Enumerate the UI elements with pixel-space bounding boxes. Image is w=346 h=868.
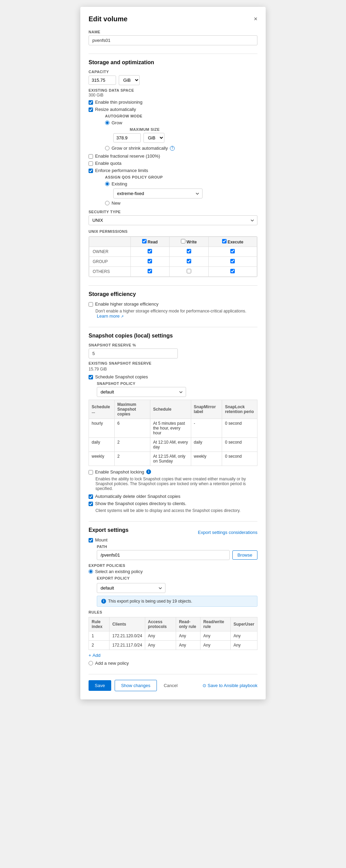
higher-efficiency-label: Enable higher storage efficiency bbox=[95, 301, 159, 307]
snapshot-row-weekly: weekly 2 At 12:15 AM, only on Sunday wee… bbox=[89, 452, 257, 466]
rule-2-readonly: Any bbox=[176, 641, 200, 650]
unix-owner-read bbox=[130, 247, 169, 257]
rules-label: RULES bbox=[89, 610, 257, 614]
snapshot-locking-section: Enable Snapshot locking i Enables the ab… bbox=[89, 469, 257, 491]
enforce-perf-label: Enforce performance limits bbox=[95, 168, 148, 173]
name-label: NAME bbox=[89, 30, 257, 34]
read-header-checkbox[interactable] bbox=[142, 239, 147, 243]
qos-label: ASSIGN QOS POLICY GROUP bbox=[105, 175, 257, 179]
thin-provisioning-row: Enable thin provisioning bbox=[89, 100, 257, 105]
show-directory-description: Client systems will be able to display a… bbox=[95, 508, 257, 513]
save-button[interactable]: Save bbox=[89, 680, 111, 691]
security-type-label: SECURITY TYPE bbox=[89, 210, 257, 214]
snaplock-daily: 0 second bbox=[222, 438, 257, 452]
unix-group-read bbox=[130, 257, 169, 267]
name-input[interactable] bbox=[89, 35, 257, 45]
schedule-daily: daily bbox=[89, 438, 115, 452]
max-size-unit-select[interactable]: GiBTiBMiB bbox=[143, 133, 164, 143]
rule-2-index: 2 bbox=[89, 641, 109, 650]
capacity-unit-select[interactable]: GiBTiBMiB bbox=[119, 75, 140, 85]
export-policy-select-section: EXPORT POLICY defaultnonecustom i This e… bbox=[97, 576, 257, 607]
select-existing-policy-label: Select an existing policy bbox=[95, 569, 143, 574]
max-size-input[interactable] bbox=[113, 133, 141, 142]
select-existing-policy-radio[interactable] bbox=[89, 569, 93, 574]
autogrow-label: AUTOGROW MODE bbox=[105, 114, 257, 118]
enforce-perf-checkbox[interactable] bbox=[89, 169, 93, 173]
add-new-policy-row: Add a new policy bbox=[89, 661, 257, 666]
autogrow-grow-radio[interactable] bbox=[105, 121, 109, 125]
write-header-checkbox[interactable] bbox=[181, 239, 185, 243]
enable-quota-checkbox[interactable] bbox=[89, 161, 93, 166]
qos-policy-select[interactable]: extreme-fixeddefaultcustom bbox=[113, 189, 203, 198]
select-existing-policy-row: Select an existing policy bbox=[89, 569, 257, 574]
resize-auto-row: Resize automatically bbox=[89, 107, 257, 112]
security-type-select[interactable]: UNIXNTFSMixed bbox=[89, 215, 257, 225]
unix-header-write: Write bbox=[169, 237, 208, 247]
autogrow-shrink-label: Grow or shrink automatically bbox=[112, 146, 168, 151]
add-new-policy-radio[interactable] bbox=[89, 661, 93, 665]
snapshot-table: Schedule ... Maximum Snapshot copies Sch… bbox=[89, 400, 257, 466]
auto-delete-row: Automatically delete older Snapshot copi… bbox=[89, 494, 257, 499]
export-policy-info-box: i This export policy is being used by 19… bbox=[97, 596, 257, 607]
snapmirror-daily: daily bbox=[191, 438, 222, 452]
max-size-section: MAXIMUM SIZE GiBTiBMiB bbox=[113, 127, 257, 143]
snapshot-policy-select[interactable]: defaultnonecustom bbox=[97, 387, 186, 397]
schedule-detail-hourly: At 5 minutes past the hour, every hour bbox=[150, 419, 191, 438]
unix-header-execute: Execute bbox=[208, 237, 257, 247]
storage-efficiency-title: Storage efficiency bbox=[89, 291, 257, 297]
execute-header-checkbox[interactable] bbox=[222, 239, 227, 243]
capacity-input[interactable] bbox=[89, 76, 116, 85]
show-directory-checkbox[interactable] bbox=[89, 502, 93, 506]
help-icon[interactable]: ? bbox=[170, 146, 175, 151]
autogrow-shrink-row: Grow or shrink automatically ? bbox=[105, 146, 257, 151]
show-directory-row: Show the Snapshot copies directory to cl… bbox=[89, 501, 257, 506]
fractional-reserve-label: Enable fractional reserve (100%) bbox=[95, 153, 160, 159]
autogrow-shrink-radio[interactable] bbox=[105, 146, 109, 150]
unix-permissions-label: UNIX PERMISSIONS bbox=[89, 229, 257, 233]
auto-delete-checkbox[interactable] bbox=[89, 494, 93, 499]
thin-provisioning-checkbox[interactable] bbox=[89, 100, 93, 105]
unix-others-read bbox=[130, 267, 169, 277]
modal-footer: Save Show changes Cancel ⊙ Save to Ansib… bbox=[89, 674, 257, 691]
qos-existing-label: Existing bbox=[112, 181, 127, 186]
fractional-reserve-checkbox[interactable] bbox=[89, 154, 93, 159]
close-button[interactable]: × bbox=[254, 15, 257, 23]
cancel-button[interactable]: Cancel bbox=[160, 680, 181, 691]
rule-1-index: 1 bbox=[89, 631, 109, 641]
ansible-icon: ⊙ bbox=[203, 683, 206, 688]
export-policy-select[interactable]: defaultnonecustom bbox=[97, 583, 165, 593]
snapshot-locking-description: Enables the ability to lock Snapshot cop… bbox=[95, 477, 257, 491]
snapshot-locking-checkbox[interactable] bbox=[89, 470, 93, 475]
col-schedule-detail: Schedule bbox=[150, 400, 191, 419]
snapshot-section: Snapshot copies (local) settings SNAPSHO… bbox=[89, 327, 257, 513]
snapshot-reserve-input[interactable] bbox=[89, 349, 178, 358]
ansible-playbook-link[interactable]: ⊙ Save to Ansible playbook bbox=[203, 683, 257, 688]
add-rule-link[interactable]: + Add bbox=[89, 653, 257, 658]
higher-efficiency-checkbox[interactable] bbox=[89, 302, 93, 307]
learn-more-link[interactable]: Learn more bbox=[97, 313, 119, 319]
qos-new-radio[interactable] bbox=[105, 201, 109, 205]
col-snapmirror: SnapMirror label bbox=[191, 400, 222, 419]
rule-1-readwrite: Any bbox=[200, 631, 231, 641]
thin-provisioning-label: Enable thin provisioning bbox=[95, 100, 142, 105]
rules-col-index: Rule index bbox=[89, 617, 109, 631]
col-snaplock: SnapLock retention perio bbox=[222, 400, 257, 419]
resize-automatically-checkbox[interactable] bbox=[89, 107, 93, 112]
external-link-icon: ↗ bbox=[121, 315, 124, 318]
mount-checkbox[interactable] bbox=[89, 538, 93, 542]
show-changes-button[interactable]: Show changes bbox=[115, 680, 157, 691]
path-input[interactable] bbox=[97, 550, 230, 560]
export-considerations-link[interactable]: Export settings considerations bbox=[198, 530, 257, 535]
capacity-row: GiBTiBMiB bbox=[89, 75, 257, 85]
autogrow-grow-row: Grow bbox=[105, 120, 257, 125]
schedule-copies-checkbox[interactable] bbox=[89, 375, 93, 379]
autogrow-section: AUTOGROW MODE Grow MAXIMUM SIZE GiBTiBMi… bbox=[97, 114, 257, 151]
snapshot-policy-section: SNAPSHOT POLICY defaultnonecustom bbox=[97, 381, 257, 397]
rule-row-2: 2 172.21.117.0/24 Any Any Any Any bbox=[89, 641, 257, 650]
unix-header-read: Read bbox=[130, 237, 169, 247]
rule-1-superuser: Any bbox=[231, 631, 257, 641]
snapshot-locking-info-icon[interactable]: i bbox=[146, 469, 151, 474]
qos-existing-radio[interactable] bbox=[105, 182, 109, 186]
unix-others-execute bbox=[208, 267, 257, 277]
browse-button[interactable]: Browse bbox=[232, 550, 257, 560]
